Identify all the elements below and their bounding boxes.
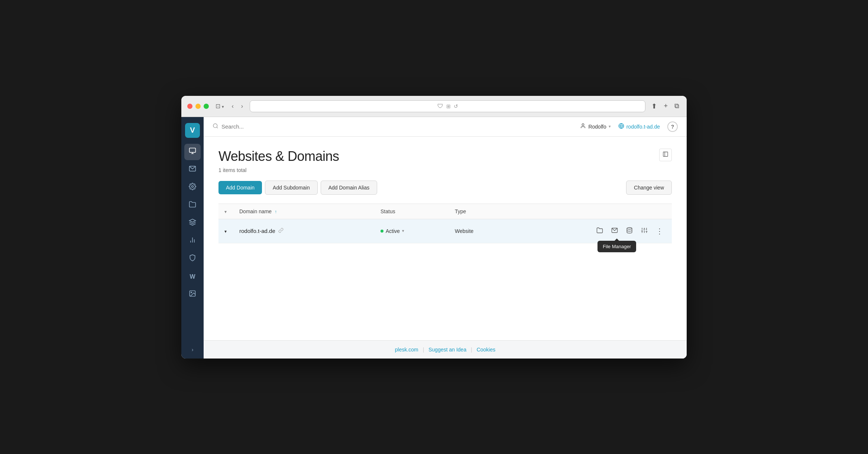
settings-action-button[interactable] — [638, 224, 651, 238]
row-expand-cell[interactable]: ▾ — [218, 219, 233, 243]
sidebar-item-security[interactable] — [184, 251, 201, 267]
monitor-icon — [189, 147, 196, 156]
collapse-icon — [663, 152, 668, 158]
svg-rect-16 — [663, 152, 668, 156]
user-chevron-icon: ▾ — [609, 124, 611, 129]
add-domain-button[interactable]: Add Domain — [218, 181, 262, 194]
tabs-icon: ⧉ — [674, 102, 679, 110]
svg-point-4 — [192, 186, 194, 188]
main-content: Rodolfo ▾ rodolfo.t-ad.de ? — [204, 117, 687, 359]
mail-icon — [189, 165, 196, 174]
status-badge[interactable]: Active ▾ — [380, 228, 443, 234]
type-cell: Website — [449, 219, 523, 243]
forward-button[interactable]: › — [239, 102, 245, 110]
folder-action-icon — [596, 227, 603, 235]
sidebar-collapse-arrow[interactable]: › — [192, 347, 194, 353]
help-icon: ? — [671, 124, 674, 130]
col-expand-header: ▾ — [218, 204, 233, 219]
domain-link[interactable]: rodolfo.t-ad.de — [618, 123, 660, 130]
status-text: Active — [386, 228, 400, 234]
col-domain-header[interactable]: Domain name ↑ — [233, 204, 375, 219]
add-subdomain-button[interactable]: Add Subdomain — [265, 181, 318, 195]
sidebar-toggle-icon: ⊡ — [216, 103, 220, 109]
browser-chrome: ⊡ ▾ ‹ › 🛡 ⊞ ↺ ⬆ + ⧉ — [181, 96, 687, 117]
address-bar[interactable]: 🛡 ⊞ ↺ — [250, 100, 645, 112]
col-actions-header — [523, 204, 672, 219]
sidebar-logo: V — [185, 123, 200, 138]
plus-icon: + — [664, 102, 668, 110]
translate-icon: ⊞ — [446, 103, 451, 109]
folder-icon — [189, 201, 196, 210]
reload-icon: ↺ — [454, 103, 458, 109]
file-manager-button[interactable] — [593, 224, 606, 238]
suggest-idea-link[interactable]: Suggest an Idea — [428, 347, 466, 353]
browser-controls: ⊡ ▾ ‹ › — [213, 102, 245, 110]
status-chevron-icon: ▾ — [402, 228, 404, 233]
more-actions-button[interactable]: ⋮ — [652, 224, 666, 238]
close-button[interactable] — [187, 104, 192, 109]
domain-name: rodolfo.t-ad.de — [239, 228, 369, 234]
browser-actions: ⬆ + ⧉ — [650, 101, 681, 112]
col-status-header: Status — [375, 204, 449, 219]
shield-icon: 🛡 — [437, 103, 443, 110]
table-row: ▾ rodolfo.t-ad.de — [218, 219, 672, 243]
domain-link-icon[interactable] — [278, 228, 284, 234]
footer-sep-2: | — [471, 347, 472, 353]
sidebar-item-image[interactable] — [184, 286, 201, 303]
expand-all-icon[interactable]: ▾ — [224, 209, 227, 214]
search-container — [213, 123, 576, 130]
change-view-button[interactable]: Change view — [626, 181, 672, 195]
file-manager-tooltip: File Manager — [597, 241, 636, 252]
topbar: Rodolfo ▾ rodolfo.t-ad.de ? — [204, 117, 687, 137]
items-count: 1 items total — [218, 167, 672, 173]
more-icon: ⋮ — [656, 227, 663, 236]
sidebar-item-mail[interactable] — [184, 162, 201, 178]
expand-row-icon: ▾ — [224, 229, 227, 234]
page-footer: plesk.com | Suggest an Idea | Cookies — [204, 340, 687, 359]
sidebar-item-stack[interactable] — [184, 215, 201, 231]
table-body: ▾ rodolfo.t-ad.de — [218, 219, 672, 243]
help-button[interactable]: ? — [667, 121, 678, 132]
mail-action-icon — [611, 227, 618, 235]
cookies-link[interactable]: Cookies — [477, 347, 496, 353]
sidebar-item-wordpress[interactable]: W — [184, 269, 201, 285]
tooltip-text: File Manager — [603, 244, 631, 249]
status-dot — [380, 230, 383, 233]
plesk-link[interactable]: plesk.com — [395, 347, 418, 353]
gear-icon — [189, 183, 196, 192]
sidebar-item-websites[interactable] — [184, 144, 201, 160]
domains-table: ▾ Domain name ↑ Status Type — [218, 204, 672, 243]
layers-icon — [189, 218, 196, 228]
user-name: Rodolfo — [588, 124, 606, 130]
database-action-icon — [626, 227, 633, 235]
mail-action-button[interactable] — [608, 224, 621, 238]
domain-label: rodolfo.t-ad.de — [626, 124, 660, 130]
share-button[interactable]: ⬆ — [650, 101, 658, 112]
bar-chart-icon — [189, 236, 196, 246]
footer-sep-1: | — [423, 347, 424, 353]
collapse-panel-button[interactable] — [659, 149, 672, 161]
row-actions: ⋮ File Manager — [529, 224, 666, 238]
add-domain-alias-button[interactable]: Add Domain Alias — [321, 181, 378, 195]
svg-marker-5 — [190, 219, 196, 222]
chevron-down-icon: ▾ — [222, 104, 224, 109]
maximize-button[interactable] — [204, 104, 209, 109]
minimize-button[interactable] — [195, 104, 201, 109]
sidebar-item-files[interactable] — [184, 197, 201, 214]
search-icon — [213, 123, 218, 130]
status-cell: Active ▾ — [375, 219, 449, 243]
sidebar-item-stats[interactable] — [184, 233, 201, 249]
search-input[interactable] — [221, 123, 296, 130]
tabs-button[interactable]: ⧉ — [673, 101, 681, 111]
back-button[interactable]: ‹ — [229, 102, 236, 110]
traffic-lights — [187, 104, 209, 109]
svg-point-10 — [191, 292, 192, 293]
sidebar-item-settings[interactable] — [184, 179, 201, 196]
user-icon — [580, 123, 586, 130]
new-tab-button[interactable]: + — [662, 101, 669, 111]
app-layout: V — [181, 117, 687, 359]
user-menu[interactable]: Rodolfo ▾ — [580, 123, 610, 130]
sidebar-toggle-button[interactable]: ⊡ ▾ — [213, 102, 226, 110]
database-action-button[interactable] — [623, 224, 636, 238]
svg-rect-0 — [190, 148, 196, 153]
